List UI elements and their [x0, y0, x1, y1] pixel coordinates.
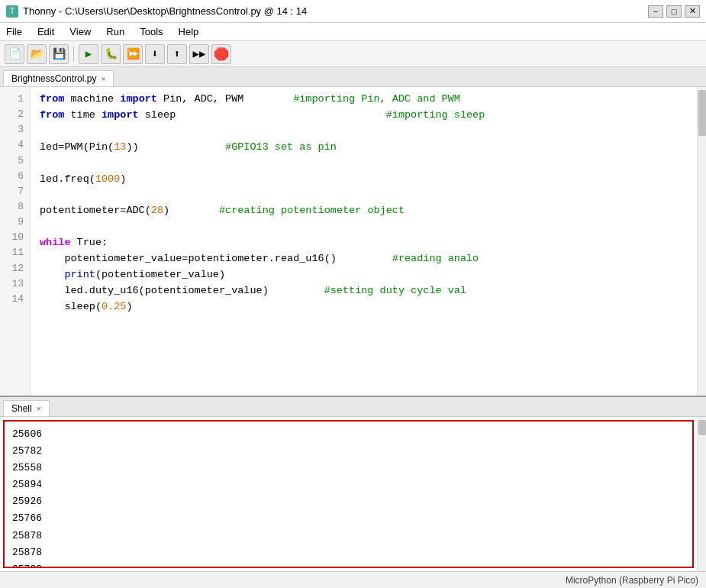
save-file-button[interactable]: 💾: [49, 44, 69, 64]
shell-output[interactable]: 2560625782255582589425926257662587825878…: [3, 420, 694, 568]
title-bar: T Thonny - C:\Users\User\Desktop\Brightn…: [0, 0, 706, 23]
new-file-button[interactable]: 📄: [5, 44, 24, 64]
menu-edit[interactable]: Edit: [34, 25, 57, 38]
open-file-button[interactable]: 📂: [27, 44, 47, 64]
shell-output-line: 25782: [12, 443, 685, 460]
shell-output-line: 25558: [12, 460, 685, 477]
debug-button[interactable]: 🐛: [101, 44, 121, 64]
app-icon: T: [6, 5, 18, 18]
stop-button[interactable]: 🛑: [211, 44, 231, 64]
shell-output-line: 25782: [12, 561, 685, 568]
shell-output-line: 25878: [12, 528, 685, 544]
line-numbers: 1234567891011121314: [0, 87, 31, 396]
shell-output-line: 25606: [12, 426, 685, 443]
menu-view[interactable]: View: [66, 25, 94, 38]
title-bar-left: T Thonny - C:\Users\User\Desktop\Brightn…: [6, 5, 307, 18]
resume-button[interactable]: ▶▶: [189, 44, 209, 64]
menu-tools[interactable]: Tools: [137, 25, 166, 38]
editor-area: 1234567891011121314 from machine import …: [0, 87, 706, 396]
step-out-button[interactable]: ⬆: [167, 44, 187, 64]
shell-output-line: 25926: [12, 493, 685, 510]
editor-tab[interactable]: BrightnessControl.py ×: [3, 70, 114, 86]
maximize-button[interactable]: □: [666, 5, 682, 18]
shell-output-line: 25894: [12, 477, 685, 493]
editor-tab-strip: BrightnessControl.py ×: [0, 67, 706, 87]
code-editor[interactable]: from machine import Pin, ADC, PWM #impor…: [31, 87, 697, 396]
editor-scrollbar-thumb: [698, 90, 706, 136]
close-button[interactable]: ✕: [685, 5, 700, 18]
status-text: MicroPython (Raspberry Pi Pico): [566, 575, 698, 586]
menu-run[interactable]: Run: [103, 25, 127, 38]
step-over-button[interactable]: ⏩: [123, 44, 143, 64]
title-bar-controls: − □ ✕: [648, 5, 700, 18]
toolbar-separator-1: [73, 47, 74, 62]
editor-tab-close[interactable]: ×: [101, 75, 105, 83]
menu-help[interactable]: Help: [176, 25, 202, 38]
shell-content: 2560625782255582589425926257662587825878…: [0, 417, 706, 571]
shell-tab-close[interactable]: ×: [37, 405, 41, 413]
shell-tab[interactable]: Shell ×: [3, 400, 50, 416]
menu-file[interactable]: File: [3, 25, 25, 38]
shell-scrollbar-thumb: [698, 420, 706, 435]
shell-output-line: 25878: [12, 544, 685, 561]
toolbar: 📄 📂 💾 ▶ 🐛 ⏩ ⬇ ⬆ ▶▶ 🛑: [0, 41, 706, 67]
shell-scrollbar[interactable]: [697, 417, 706, 571]
editor-tab-label: BrightnessControl.py: [11, 73, 96, 84]
step-into-button[interactable]: ⬇: [145, 44, 165, 64]
status-bar: MicroPython (Raspberry Pi Pico): [0, 571, 706, 588]
editor-scrollbar[interactable]: [697, 87, 706, 396]
shell-output-line: 25766: [12, 510, 685, 527]
shell-tab-label: Shell: [11, 403, 32, 414]
menu-bar: File Edit View Run Tools Help: [0, 23, 706, 41]
shell-tab-strip: Shell ×: [0, 397, 706, 417]
title-bar-text: Thonny - C:\Users\User\Desktop\Brightnes…: [23, 5, 307, 17]
run-button[interactable]: ▶: [79, 44, 98, 64]
minimize-button[interactable]: −: [648, 5, 663, 18]
shell-area: Shell × 25606257822555825894259262576625…: [0, 396, 706, 571]
